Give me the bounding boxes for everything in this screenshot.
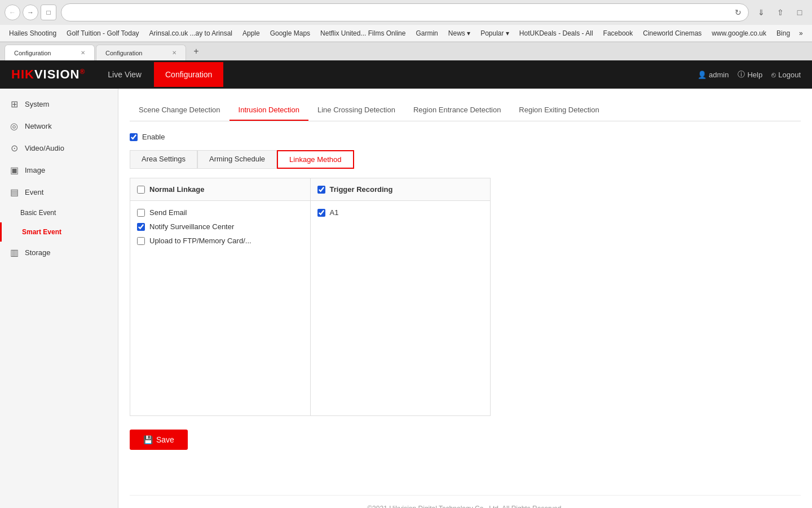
tab-intrusion[interactable]: Intrusion Detection	[230, 100, 308, 121]
bookmarks-more[interactable]: »	[796, 28, 806, 38]
tab-1-title: Configuration	[105, 50, 167, 56]
tab-region-exiting[interactable]: Region Exiting Detection	[510, 100, 608, 121]
app-container: HIKVISION® Live View Configuration 👤 adm…	[0, 60, 812, 508]
bookmark-bing[interactable]: Bing	[772, 28, 795, 38]
image-icon: ▣	[9, 165, 19, 176]
tab-1-close[interactable]: ✕	[172, 50, 176, 56]
linkage-row-a1: A1	[317, 205, 484, 220]
sub-tab-area-settings[interactable]: Area Settings	[130, 150, 197, 169]
content-area: Scene Change Detection Intrusion Detecti…	[118, 89, 812, 508]
user-icon: 👤	[698, 71, 707, 79]
nav-links: Live View Configuration	[96, 62, 686, 87]
sub-tabs: Area Settings Arming Schedule Linkage Me…	[130, 150, 801, 169]
trigger-recording-header-checkbox[interactable]	[317, 186, 325, 194]
trigger-recording-header-label: Trigger Recording	[330, 185, 393, 194]
sidebar-item-basic-event[interactable]: Basic Event	[0, 203, 118, 222]
sidebar-item-storage[interactable]: ▥ Storage	[0, 242, 118, 264]
storage-icon: ▥	[9, 247, 19, 258]
a1-checkbox[interactable]	[317, 209, 325, 217]
bookmark-garmin[interactable]: Garmin	[411, 28, 442, 38]
trigger-recording-body: A1	[311, 201, 491, 415]
normal-linkage-header-checkbox[interactable]	[137, 186, 145, 194]
sidebar-item-image-label: Image	[25, 166, 45, 174]
bookmark-arinsal[interactable]: Arinsal.co.uk ...ay to Arinsal	[145, 28, 237, 38]
bookmark-hotukdeals[interactable]: HotUKDeals - Deals - All	[515, 28, 598, 38]
bookmark-googleuk[interactable]: www.google.co.uk	[707, 28, 771, 38]
bookmark-hailes[interactable]: Hailes Shooting	[5, 28, 61, 38]
sidebar-item-event-label: Event	[25, 188, 43, 196]
sidebar-item-system[interactable]: ⊞ System	[0, 93, 118, 115]
refresh-button[interactable]: ↻	[735, 8, 742, 17]
sidebar-item-smart-event-label: Smart Event	[22, 228, 61, 236]
bookmark-cineworld[interactable]: Cineworld Cinemas	[638, 28, 706, 38]
sidebar-item-network-label: Network	[25, 122, 52, 130]
nav-help[interactable]: ⓘ Help	[738, 69, 762, 80]
help-label: Help	[747, 71, 762, 79]
tab-scene-change[interactable]: Scene Change Detection	[130, 100, 230, 121]
back-button[interactable]: ←	[5, 5, 20, 20]
address-bar[interactable]: 192.168.0.68 ↻	[61, 3, 749, 21]
videoaudio-icon: ⊙	[9, 143, 19, 154]
normal-linkage-header: Normal Linkage	[130, 178, 310, 201]
enable-row: Enable	[130, 133, 801, 141]
bookmark-facebook[interactable]: Facebook	[599, 28, 638, 38]
bookmark-popular[interactable]: Popular ▾	[476, 28, 514, 38]
footer: ©2021 Hikvision Digital Technology Co., …	[130, 495, 801, 508]
bookmarks-bar: Hailes Shooting Golf Tuition - Golf Toda…	[0, 25, 812, 42]
tab-0-close[interactable]: ✕	[81, 50, 85, 56]
save-icon: 💾	[143, 435, 153, 444]
address-input[interactable]: 192.168.0.68	[68, 8, 732, 17]
bookmark-news[interactable]: News ▾	[444, 28, 475, 38]
sidebar-item-videoaudio-label: Video/Audio	[25, 144, 64, 152]
fullscreen-button[interactable]: □	[792, 5, 807, 20]
bookmark-apple[interactable]: Apple	[238, 28, 264, 38]
logo-vision: VISION	[34, 67, 80, 81]
nav-user[interactable]: 👤 admin	[698, 71, 729, 79]
sidebar-item-storage-label: Storage	[25, 248, 51, 257]
event-icon: ▤	[9, 187, 19, 198]
bookmark-netflix[interactable]: Netflix United... Films Online	[316, 28, 410, 38]
save-button[interactable]: 💾 Save	[130, 430, 188, 450]
sidebar-item-smart-event[interactable]: Smart Event	[0, 222, 118, 242]
share-button[interactable]: ⇧	[773, 5, 788, 20]
bookmark-googlemaps[interactable]: Google Maps	[266, 28, 315, 38]
sidebar-item-event[interactable]: ▤ Event	[0, 181, 118, 203]
upload-ftp-checkbox[interactable]	[137, 237, 145, 245]
linkage-table: Normal Linkage Send Email Notify Surveil…	[130, 178, 491, 416]
enable-checkbox[interactable]	[130, 133, 138, 141]
nav-logout[interactable]: ⎋ Logout	[771, 71, 801, 79]
tab-region-entrance[interactable]: Region Entrance Detection	[404, 100, 510, 121]
forward-button[interactable]: →	[23, 5, 38, 20]
sub-tab-arming-schedule[interactable]: Arming Schedule	[197, 150, 277, 169]
tab-line-crossing[interactable]: Line Crossing Detection	[308, 100, 404, 121]
linkage-row-send-email: Send Email	[137, 205, 303, 220]
logout-label: Logout	[778, 71, 801, 79]
window-button[interactable]: □	[41, 5, 56, 20]
download-button[interactable]: ⇓	[753, 5, 769, 20]
notify-surveillance-checkbox[interactable]	[137, 223, 145, 231]
logo: HIKVISION®	[11, 67, 85, 82]
detection-tabs: Scene Change Detection Intrusion Detecti…	[130, 100, 801, 121]
tab-0[interactable]: Configuration ✕	[5, 45, 95, 60]
sidebar-item-image[interactable]: ▣ Image	[0, 159, 118, 181]
sidebar-item-basic-event-label: Basic Event	[20, 209, 56, 217]
sub-tab-linkage-method[interactable]: Linkage Method	[277, 150, 354, 169]
send-email-checkbox[interactable]	[137, 209, 145, 217]
tab-1[interactable]: Configuration ✕	[96, 45, 186, 60]
new-tab-button[interactable]: +	[189, 45, 203, 58]
logo-text: HIKVISION®	[11, 67, 85, 82]
sidebar-item-network[interactable]: ◎ Network	[0, 115, 118, 137]
save-label: Save	[156, 435, 174, 444]
nav-live-view[interactable]: Live View	[96, 62, 153, 87]
trigger-recording-col: Trigger Recording A1	[311, 178, 491, 415]
bookmark-golf[interactable]: Golf Tuition - Golf Today	[62, 28, 144, 38]
user-label: admin	[709, 71, 729, 79]
linkage-row-upload-ftp: Upload to FTP/Memory Card/...	[137, 234, 303, 248]
browser-actions: ⇓ ⇧ □	[753, 5, 807, 20]
normal-linkage-body: Send Email Notify Surveillance Center Up…	[130, 201, 310, 415]
main-area: ⊞ System ◎ Network ⊙ Video/Audio ▣ Image…	[0, 89, 812, 508]
upload-ftp-label: Upload to FTP/Memory Card/...	[149, 237, 251, 245]
sidebar-item-videoaudio[interactable]: ⊙ Video/Audio	[0, 137, 118, 159]
nav-configuration[interactable]: Configuration	[154, 62, 223, 87]
tab-0-title: Configuration	[14, 50, 76, 56]
